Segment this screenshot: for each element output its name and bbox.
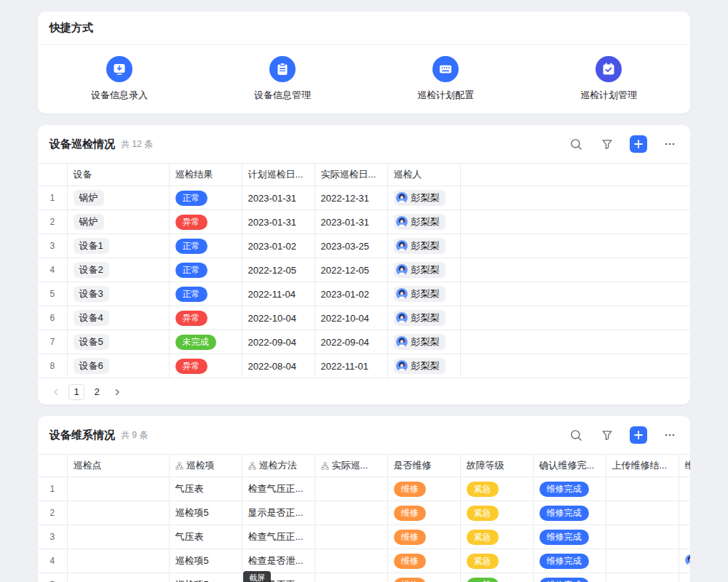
planned-date-cell[interactable]: 2023-01-31 (242, 210, 314, 234)
planned-date-cell[interactable]: 2023-01-02 (242, 234, 314, 258)
table-row[interactable]: 1锅炉正常2023-01-312022-12-31彭梨梨 (38, 186, 690, 210)
method-cell[interactable]: 检查气压正... (242, 525, 314, 549)
column-header[interactable]: 实际巡检日... (314, 164, 387, 186)
planned-date-cell[interactable]: 2023-01-31 (242, 186, 314, 210)
column-header[interactable]: 巡检方法 (242, 455, 314, 477)
column-header[interactable]: 确认维修完... (533, 455, 606, 477)
extra-cell[interactable] (678, 573, 690, 582)
repair-cell[interactable]: 维修 (387, 477, 460, 501)
confirm-cell[interactable]: 维修完成 (533, 501, 606, 525)
level-cell[interactable]: 紧急 (460, 549, 533, 573)
extra-cell[interactable] (678, 549, 690, 573)
inspector-cell[interactable]: 彭梨梨 (387, 354, 460, 378)
actual-date-cell[interactable]: 2022-09-04 (314, 330, 387, 354)
upload-cell[interactable] (606, 477, 678, 501)
result-cell[interactable]: 异常 (169, 306, 242, 330)
planned-date-cell[interactable]: 2022-09-04 (242, 330, 314, 354)
inspector-cell[interactable]: 彭梨梨 (387, 306, 460, 330)
inspector-cell[interactable]: 彭梨梨 (387, 258, 460, 282)
planned-date-cell[interactable]: 2022-11-04 (242, 282, 314, 306)
filter-icon[interactable] (598, 426, 616, 444)
shortcut-item[interactable]: 巡检计划配置 (364, 56, 527, 102)
table-row[interactable]: 8设备6异常2022-08-042022-11-01彭梨梨 (38, 354, 690, 378)
upload-cell[interactable] (606, 573, 678, 582)
table-row[interactable]: 3气压表检查气压正...维修紧急维修完成 (38, 525, 690, 549)
device-cell[interactable]: 锅炉 (67, 210, 169, 234)
actual-date-cell[interactable]: 2022-10-04 (314, 306, 387, 330)
method-cell[interactable]: 检查是否泄... (242, 549, 314, 573)
upload-cell[interactable] (606, 549, 678, 573)
level-cell[interactable]: 一般 (460, 573, 533, 582)
table-row[interactable]: 6设备4异常2022-10-042022-10-04彭梨梨 (38, 306, 690, 330)
table-row[interactable]: 5设备3正常2022-11-042023-01-02彭梨梨 (38, 282, 690, 306)
actual-cell[interactable] (314, 525, 387, 549)
point-cell[interactable] (67, 573, 169, 582)
item-cell[interactable]: 巡检项5 (169, 573, 242, 582)
device-cell[interactable]: 设备2 (67, 258, 169, 282)
search-icon[interactable] (567, 426, 585, 444)
result-cell[interactable]: 正常 (169, 282, 242, 306)
actual-date-cell[interactable]: 2023-03-25 (314, 234, 387, 258)
extra-cell[interactable] (678, 525, 690, 549)
shortcut-item[interactable]: 巡检计划管理 (527, 56, 690, 102)
level-cell[interactable]: 紧急 (460, 477, 533, 501)
actual-cell[interactable] (314, 549, 387, 573)
planned-date-cell[interactable]: 2022-08-04 (242, 354, 314, 378)
confirm-cell[interactable]: 维修完成 (533, 525, 606, 549)
column-header[interactable]: 巡检结果 (169, 164, 242, 186)
upload-cell[interactable] (606, 525, 678, 549)
actual-cell[interactable] (314, 501, 387, 525)
inspector-cell[interactable]: 彭梨梨 (387, 282, 460, 306)
extra-cell[interactable] (678, 477, 690, 501)
column-header[interactable]: 故障等级 (460, 455, 533, 477)
device-cell[interactable]: 设备4 (67, 306, 169, 330)
device-cell[interactable]: 设备5 (67, 330, 169, 354)
method-cell[interactable]: 显示是否正... (242, 501, 314, 525)
result-cell[interactable]: 正常 (169, 186, 242, 210)
actual-date-cell[interactable]: 2022-12-05 (314, 258, 387, 282)
actual-cell[interactable] (314, 573, 387, 582)
confirm-cell[interactable]: 维修完成 (533, 477, 606, 501)
result-cell[interactable]: 正常 (169, 258, 242, 282)
extra-cell[interactable] (678, 501, 690, 525)
result-cell[interactable]: 未完成 (169, 330, 242, 354)
confirm-cell[interactable]: 维修完成 (533, 573, 606, 582)
result-cell[interactable]: 异常 (169, 354, 242, 378)
planned-date-cell[interactable]: 2022-10-04 (242, 306, 314, 330)
actual-date-cell[interactable]: 2022-11-01 (314, 354, 387, 378)
inspector-cell[interactable]: 彭梨梨 (387, 330, 460, 354)
device-cell[interactable]: 设备3 (67, 282, 169, 306)
table-row[interactable]: 1气压表检查气压正...维修紧急维修完成 (38, 477, 690, 501)
item-cell[interactable]: 气压表 (169, 477, 242, 501)
table-row[interactable]: 4巡检项5检查是否泄...维修紧急维修完成 (38, 549, 690, 573)
table-row[interactable]: 5巡检项5显示是否正...维修一般维修完成 (38, 573, 690, 582)
table-row[interactable]: 2锅炉异常2023-01-312023-01-31彭梨梨 (38, 210, 690, 234)
actual-date-cell[interactable]: 2023-01-31 (314, 210, 387, 234)
planned-date-cell[interactable]: 2022-12-05 (242, 258, 314, 282)
inspector-cell[interactable]: 彭梨梨 (387, 186, 460, 210)
actual-date-cell[interactable]: 2022-12-31 (314, 186, 387, 210)
column-header[interactable]: 计划巡检日... (242, 164, 314, 186)
table-row[interactable]: 2巡检项5显示是否正...维修紧急维修完成 (38, 501, 690, 525)
point-cell[interactable] (67, 501, 169, 525)
add-record-button[interactable] (630, 426, 647, 444)
column-header[interactable]: 巡检项 (169, 455, 242, 477)
column-header[interactable]: 巡检点 (67, 455, 169, 477)
method-cell[interactable]: 检查气压正... (242, 477, 314, 501)
search-icon[interactable] (567, 135, 585, 153)
page-button-1[interactable]: 1 (68, 384, 84, 400)
add-record-button[interactable] (630, 135, 647, 153)
result-cell[interactable]: 正常 (169, 234, 242, 258)
repair-cell[interactable]: 维修 (387, 549, 460, 573)
inspector-cell[interactable]: 彭梨梨 (387, 234, 460, 258)
confirm-cell[interactable]: 维修完成 (533, 549, 606, 573)
point-cell[interactable] (67, 477, 169, 501)
device-cell[interactable]: 设备1 (67, 234, 169, 258)
table-row[interactable]: 3设备1正常2023-01-022023-03-25彭梨梨 (38, 234, 690, 258)
shortcut-item[interactable]: 设备信息录入 (38, 56, 201, 102)
column-header[interactable]: 维... (678, 455, 690, 477)
device-cell[interactable]: 设备6 (67, 354, 169, 378)
point-cell[interactable] (67, 549, 169, 573)
device-cell[interactable]: 锅炉 (67, 186, 169, 210)
actual-cell[interactable] (314, 477, 387, 501)
